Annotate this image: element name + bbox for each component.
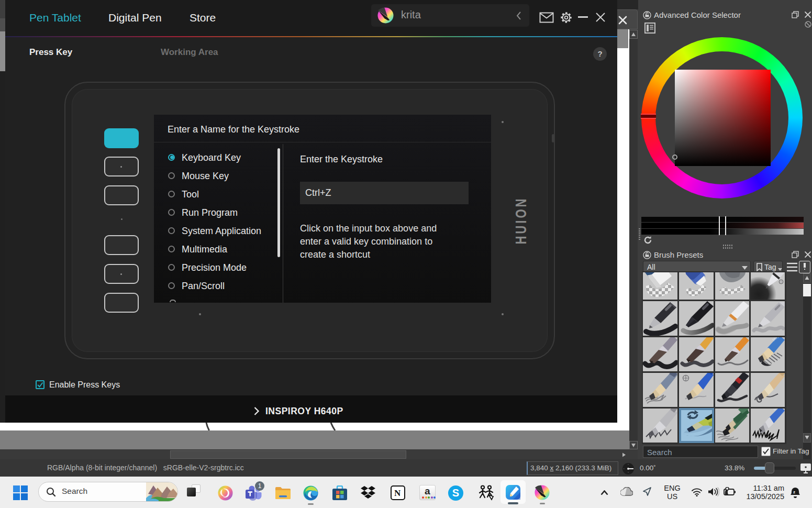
svg-text:z: z [793,490,795,494]
svg-text:z: z [796,488,798,491]
